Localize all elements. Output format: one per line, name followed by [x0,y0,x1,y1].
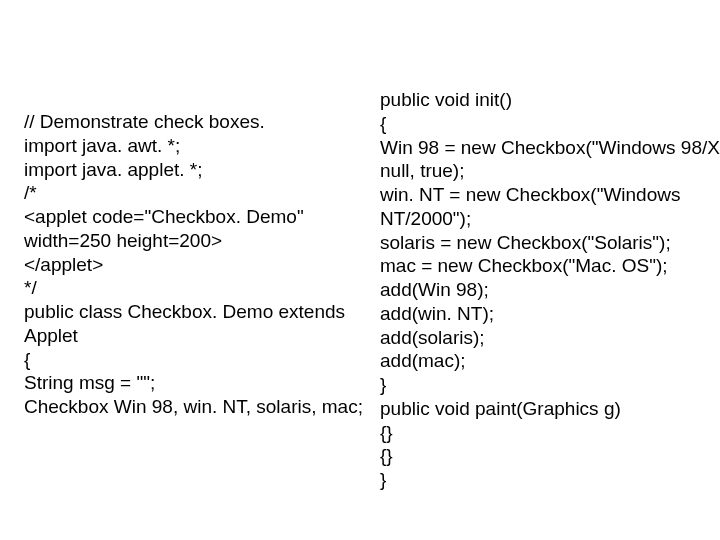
code-line: } [380,468,710,492]
code-line: add(mac); [380,349,710,373]
code-line: <applet code="Checkbox. Demo" [24,205,380,229]
code-line: Win 98 = new Checkbox("Windows 98/XP", [380,136,710,160]
code-line: */ [24,276,380,300]
code-line: /* [24,181,380,205]
code-line: mac = new Checkbox("Mac. OS"); [380,254,710,278]
code-columns: // Demonstrate check boxes. import java.… [24,88,712,492]
code-line: width=250 height=200> [24,229,380,253]
code-line: String msg = ""; [24,371,380,395]
code-line: public void init() [380,88,710,112]
code-line: </applet> [24,253,380,277]
code-line: add(Win 98); [380,278,710,302]
code-line: null, true); [380,159,710,183]
code-line: Checkbox Win 98, win. NT, solaris, mac; [24,395,380,419]
code-line: import java. applet. *; [24,158,380,182]
code-line: win. NT = new Checkbox("Windows [380,183,710,207]
code-line: {} [380,444,710,468]
code-line: add(win. NT); [380,302,710,326]
code-line: NT/2000"); [380,207,710,231]
code-column-right: public void init() { Win 98 = new Checkb… [380,88,710,492]
code-line: { [380,112,710,136]
code-column-left: // Demonstrate check boxes. import java.… [24,88,380,492]
slide: // Demonstrate check boxes. import java.… [0,0,720,540]
code-line: // Demonstrate check boxes. [24,110,380,134]
code-line: public void paint(Graphics g) [380,397,710,421]
code-line: Applet [24,324,380,348]
code-line: solaris = new Checkbox("Solaris"); [380,231,710,255]
code-line: } [380,373,710,397]
code-line: {} [380,421,710,445]
code-line: import java. awt. *; [24,134,380,158]
code-line: add(solaris); [380,326,710,350]
code-line: public class Checkbox. Demo extends [24,300,380,324]
code-line: { [24,348,380,372]
